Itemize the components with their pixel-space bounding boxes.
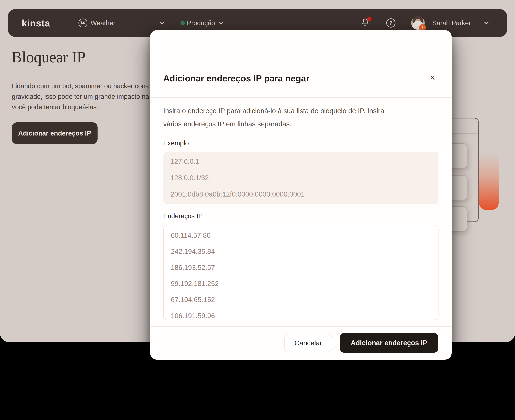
user-menu-name[interactable]: Sarah Parker xyxy=(432,19,471,27)
ip-addresses-input[interactable]: 60.114.57.80 242.194.35.84 186.193.52.57… xyxy=(163,225,438,320)
ip-addresses-label: Endereços IP xyxy=(163,212,203,220)
page-description-line: você pode tentar bloqueá-las. xyxy=(12,102,98,112)
environment-status-dot xyxy=(180,21,185,25)
wordpress-icon: W xyxy=(78,19,87,27)
modal-description-line: Insira o endereço IP para adicioná-lo à … xyxy=(163,104,439,118)
modal-description: Insira o endereço IP para adicioná-lo à … xyxy=(163,104,439,131)
help-icon[interactable]: ? xyxy=(386,18,395,28)
modal-footer-divider xyxy=(150,326,452,327)
submit-add-ip-button[interactable]: Adicionar endereços IP xyxy=(340,333,438,353)
close-icon[interactable] xyxy=(428,73,437,82)
kinsta-logo: kinsta xyxy=(22,18,50,29)
example-ip: 2001:0db8:0a0b:12f0:0000:0000:0000:0001 xyxy=(170,186,431,202)
chevron-down-icon[interactable] xyxy=(159,19,166,27)
modal-title: Adicionar endereços IP para negar xyxy=(163,73,309,83)
screen: kinsta W Weather Produção ? Sarah Parker xyxy=(0,0,515,420)
chevron-down-icon[interactable] xyxy=(217,19,224,27)
decor-orange-gradient xyxy=(479,152,499,210)
environment-selector-label[interactable]: Produção xyxy=(187,19,215,27)
page-description-line: Lidando com um bot, spammer ou hacker co… xyxy=(12,81,149,90)
cancel-button[interactable]: Cancelar xyxy=(284,334,332,352)
example-label: Exemplo xyxy=(163,139,189,147)
modal-description-line: vários endereços IP em linhas separadas. xyxy=(163,118,439,131)
example-ip: 128.0.0.1/32 xyxy=(170,170,431,186)
avatar[interactable] xyxy=(411,16,425,30)
notifications-bell-icon[interactable] xyxy=(361,18,371,28)
add-ip-addresses-button[interactable]: Adicionar endereços IP xyxy=(12,122,98,144)
chevron-down-icon[interactable] xyxy=(483,19,490,27)
add-ip-deny-modal: Adicionar endereços IP para negar Insira… xyxy=(150,30,452,360)
site-selector-label[interactable]: Weather xyxy=(91,19,115,27)
page-description-line: gravidade, isso pode ter um grande impac… xyxy=(12,92,149,101)
example-box: 127.0.0.1 128.0.0.1/32 2001:0db8:0a0b:12… xyxy=(163,152,438,204)
page-title: Bloquear IP xyxy=(11,48,85,66)
notification-badge xyxy=(367,17,371,21)
lightning-badge-icon xyxy=(419,24,426,31)
example-ip: 127.0.0.1 xyxy=(170,153,431,170)
modal-header-divider xyxy=(150,97,452,98)
